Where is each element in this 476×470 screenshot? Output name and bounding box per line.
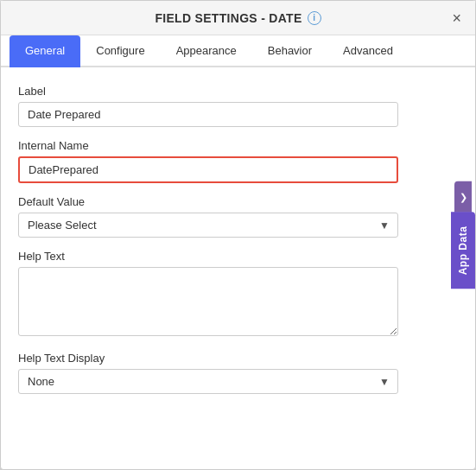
default-value-select[interactable]: Please Select (18, 213, 398, 238)
help-text-display-select[interactable]: None (18, 369, 398, 394)
help-text-display-label: Help Text Display (18, 352, 458, 365)
tabs-bar: General Configure Appearance Behavior Ad… (1, 35, 475, 67)
help-text-display-select-wrapper: None ▼ (18, 369, 398, 394)
tab-behavior[interactable]: Behavior (252, 35, 327, 67)
modal-header: FIELD SETTINGS - DATE i × (1, 1, 475, 35)
tab-general[interactable]: General (10, 35, 80, 67)
tab-appearance[interactable]: Appearance (161, 35, 252, 67)
default-value-field-group: Default Value Please Select ▼ (18, 195, 458, 238)
tab-advanced[interactable]: Advanced (327, 35, 409, 67)
label-field-label: Label (18, 85, 458, 98)
modal-container: FIELD SETTINGS - DATE i × General Config… (0, 0, 476, 470)
label-input[interactable] (18, 102, 398, 127)
app-data-button[interactable]: App Data (451, 213, 475, 289)
help-text-label: Help Text (18, 250, 458, 263)
info-icon[interactable]: i (308, 11, 321, 25)
internal-name-field-group: Internal Name (18, 139, 458, 183)
internal-name-label: Internal Name (18, 139, 458, 152)
modal-title: FIELD SETTINGS - DATE (155, 11, 301, 25)
chevron-right-icon: ❯ (460, 191, 467, 202)
modal-body: Label Internal Name Default Value Please… (1, 67, 475, 469)
help-text-display-field-group: Help Text Display None ▼ (18, 352, 458, 394)
help-text-field-group: Help Text (18, 250, 458, 340)
app-data-chevron-button[interactable]: ❯ (454, 181, 472, 213)
default-value-label: Default Value (18, 195, 458, 208)
default-value-select-wrapper: Please Select ▼ (18, 213, 398, 238)
help-text-textarea[interactable] (18, 267, 398, 336)
app-data-panel: ❯ App Data (451, 181, 475, 289)
internal-name-input[interactable] (18, 156, 398, 183)
close-button[interactable]: × (448, 9, 465, 28)
label-field-group: Label (18, 85, 458, 127)
tab-configure[interactable]: Configure (80, 35, 160, 67)
